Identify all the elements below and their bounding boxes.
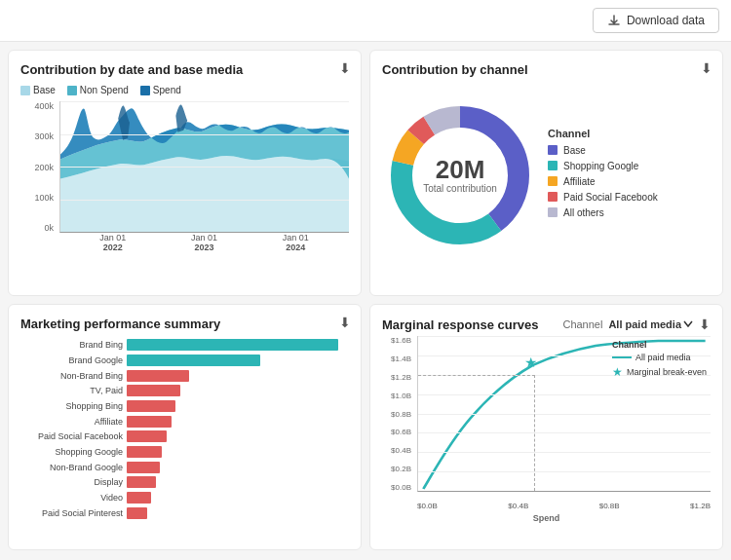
chart4-plot: ★ Channel All paid media ★ Marginal brea… — [417, 336, 711, 492]
legend-spend: Spend — [140, 85, 181, 95]
card1-download-icon[interactable]: ⬇ — [339, 60, 351, 76]
chart4-xlabel: Spend — [382, 513, 711, 523]
card1-title: Contribution by date and base media — [20, 62, 349, 77]
bar-row-shopping-bing: Shopping Bing — [20, 400, 349, 413]
card-contribution-date: Contribution by date and base media ⬇ Ba… — [8, 50, 362, 296]
chart1-area: 400k 300k 200k 100k 0k — [20, 101, 349, 252]
chart2-inner: 20M Total contribution Channel Base Shop… — [382, 85, 711, 265]
chevron-down-icon — [683, 320, 693, 328]
card2-title: Contribution by channel — [382, 62, 711, 77]
chart2-legend: Channel Base Shopping Google Affiliate P… — [548, 128, 711, 223]
star-icon: ★ — [612, 365, 623, 379]
bar-row-shopping-google: Shopping Google — [20, 446, 349, 459]
chart4-legend: Channel All paid media ★ Marginal break-… — [612, 340, 707, 382]
legend-nonspend: Non Spend — [67, 85, 129, 95]
legend-item-all-others: All others — [548, 207, 711, 218]
bar-row-video: Video — [20, 492, 349, 504]
legend-item-break-even: ★ Marginal break-even — [612, 365, 707, 379]
card4-download-icon[interactable]: ⬇ — [699, 317, 711, 332]
legend-base-label: Base — [33, 85, 56, 95]
chart1-yaxis: 400k 300k 200k 100k 0k — [20, 101, 58, 233]
bar-row-brand-bing: Brand Bing — [20, 339, 349, 352]
card-marketing-performance: Marketing performance summary ⬇ Brand Bi… — [8, 304, 362, 550]
line-icon — [612, 354, 632, 361]
legend-base-dot — [20, 86, 30, 95]
donut-value: 20M — [423, 156, 497, 184]
donut-label: Total contribution — [423, 183, 497, 194]
chart1-legend: Base Non Spend Spend — [20, 85, 349, 95]
main-grid: Contribution by date and base media ⬇ Ba… — [0, 42, 731, 558]
legend-spend-label: Spend — [153, 85, 181, 95]
bar-row-nonbrand-google: Non-Brand Google — [20, 461, 349, 473]
donut-chart: 20M Total contribution — [382, 97, 538, 253]
card4-title: Marginal response curves — [382, 317, 538, 332]
card-contribution-channel: Contribution by channel ⬇ — [369, 50, 723, 296]
bar-row-paid-social-fb: Paid Social Facebook — [20, 430, 349, 443]
channel-select-button[interactable]: All paid media — [608, 318, 693, 330]
bar-chart: Brand Bing Brand Google Non-Brand Bing T… — [20, 339, 349, 519]
svg-text:★: ★ — [524, 355, 537, 369]
chart1-plot — [59, 101, 349, 233]
top-bar: Download data — [0, 0, 731, 42]
legend-item-paid-social-fb: Paid Social Facebook — [548, 192, 711, 203]
chart4-yaxis: $1.6B $1.4B $1.2B $1.0B $0.8B $0.6B $0.4… — [382, 336, 415, 492]
legend-base: Base — [20, 85, 56, 95]
card2-download-icon[interactable]: ⬇ — [701, 60, 712, 76]
channel-label: Channel — [562, 318, 602, 330]
channel-select-value: All paid media — [608, 318, 681, 330]
legend-nonspend-label: Non Spend — [80, 85, 129, 95]
chart4-area: $1.6B $1.4B $1.2B $1.0B $0.8B $0.6B $0.4… — [382, 336, 711, 511]
chart4-xaxis: $0.0B $0.4B $0.8B $1.2B — [417, 492, 711, 511]
bar-row-tv-paid: TV, Paid — [20, 385, 349, 397]
bar-row-nonbrand-bing: Non-Brand Bing — [20, 369, 349, 382]
legend-item-all-paid-media: All paid media — [612, 353, 707, 362]
bar-row-display: Display — [20, 476, 349, 489]
bar-row-affiliate: Affiliate — [20, 415, 349, 428]
download-data-label: Download data — [627, 14, 705, 27]
download-icon — [607, 14, 621, 27]
legend-spend-dot — [140, 86, 150, 95]
legend-item-affiliate: Affiliate — [548, 176, 711, 187]
card3-title: Marketing performance summary — [20, 317, 349, 331]
legend-nonspend-dot — [67, 86, 77, 95]
download-data-button[interactable]: Download data — [593, 8, 719, 33]
legend-item-shopping-google: Shopping Google — [548, 161, 711, 171]
legend-item-base: Base — [548, 145, 711, 156]
card-marginal-response: Marginal response curves Channel All pai… — [369, 304, 723, 550]
chart1-xaxis: Jan 01 2022 Jan 01 2023 Jan 01 2024 — [59, 233, 349, 252]
card3-download-icon[interactable]: ⬇ — [339, 315, 351, 330]
bar-row-paid-social-pinterest: Paid Social Pinterest — [20, 506, 349, 519]
bar-row-brand-google: Brand Google — [20, 355, 349, 367]
donut-center: 20M Total contribution — [423, 156, 497, 195]
chart2-legend-title: Channel — [548, 128, 711, 139]
chart4-legend-title: Channel — [612, 340, 707, 350]
